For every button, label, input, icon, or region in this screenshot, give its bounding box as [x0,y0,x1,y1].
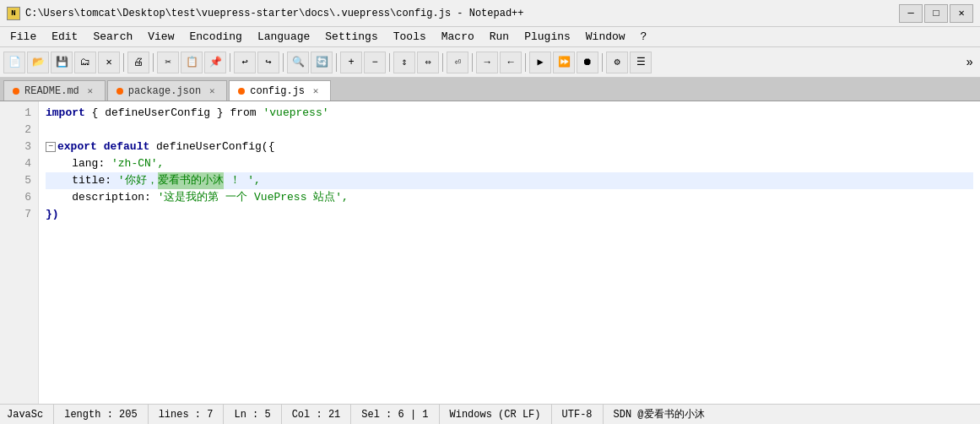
status-lineending: Windows (CR LF) [440,405,552,424]
menu-item-macro[interactable]: Macro [435,29,481,45]
toolbar-btn-macro3[interactable]: ⏺ [577,52,598,73]
toolbar-btn-indent[interactable]: → [476,52,498,73]
toolbar-separator [472,53,473,72]
toolbar-separator [525,53,526,72]
status-extra: SDN @爱看书的小沐 [604,405,715,424]
menu-item-?[interactable]: ? [634,29,654,45]
code-token: from [230,105,256,122]
toolbar-btn-open[interactable]: 📂 [27,52,49,73]
code-token: import [46,105,85,122]
tab-config-js[interactable]: config.js✕ [229,80,331,101]
toolbar-separator [442,53,443,72]
line-number-7: 7 [0,206,38,223]
tab-close-btn[interactable]: ✕ [310,85,322,97]
tab-close-btn[interactable]: ✕ [84,85,96,97]
menu-item-view[interactable]: View [141,29,181,45]
code-line-1: import { defineUserConfig } from 'vuepre… [46,105,973,122]
tab-label: package.json [128,85,201,97]
menu-item-plugins[interactable]: Plugins [517,29,577,45]
minimize-button[interactable]: — [899,4,923,23]
toolbar-btn-word-wrap[interactable]: ⏎ [447,52,468,73]
code-line-7: }) [46,206,973,223]
code-token: }) [46,206,59,223]
code-token: default [104,139,150,155]
title-left: N C:\Users\tomcat\Desktop\test\vuepress-… [7,7,524,20]
menu-item-edit[interactable]: Edit [45,29,84,45]
tab-modified-indicator [116,88,123,95]
toolbar-btn-find[interactable]: 🔍 [287,52,309,73]
toolbar-btn-undo[interactable]: ↩ [234,52,256,73]
code-token: description: [46,189,158,206]
code-token: ！ ', [224,172,261,189]
tab-README-md[interactable]: README.md✕ [3,80,106,101]
code-token: '这是我的第 一个 VuePress 站点', [158,189,349,206]
toolbar-separator [283,53,284,72]
toolbar-btn-replace[interactable]: 🔄 [311,52,333,73]
code-line-4: lang: 'zh-CN', [46,155,973,172]
code-token: 爱看书的小沐 [158,172,224,189]
toolbar-more[interactable]: » [963,56,977,69]
toolbar-btn-extra1[interactable]: ⚙ [606,52,628,73]
menu-item-run[interactable]: Run [483,29,516,45]
toolbar-btn-macro1[interactable]: ▶ [529,52,551,73]
menu-item-tools[interactable]: Tools [387,29,433,45]
tab-close-btn[interactable]: ✕ [206,85,218,97]
toolbar-btn-sync-v[interactable]: ⇕ [393,52,415,73]
status-ln: Ln : 5 [224,405,281,424]
status-length: length : 205 [54,405,148,424]
code-token: '你好， [118,172,158,189]
line-number-5: 5 [0,172,38,189]
window-title: C:\Users\tomcat\Desktop\test\vuepress-st… [25,8,524,19]
toolbar-btn-close[interactable]: ✕ [98,52,120,73]
line-number-3: 3 [0,139,38,155]
code-line-6: description: '这是我的第 一个 VuePress 站点', [46,189,973,206]
code-token: lang: [46,155,111,172]
line-number-6: 6 [0,189,38,206]
code-token [97,139,104,155]
toolbar-separator [230,53,230,72]
line-number-2: 2 [0,122,38,139]
toolbar-btn-sync-h[interactable]: ⇔ [417,52,439,73]
toolbar-btn-new[interactable]: 📄 [3,52,25,73]
status-filetype: JavaSc [7,405,54,424]
menu-bar: FileEditSearchViewEncodingLanguageSettin… [0,27,980,47]
toolbar-btn-save[interactable]: 💾 [51,52,73,73]
tab-label: config.js [250,85,305,97]
toolbar-btn-redo[interactable]: ↪ [257,52,279,73]
fold-icon[interactable]: − [46,142,56,152]
code-token: defineUserConfig({ [149,139,274,155]
toolbar-separator [153,53,154,72]
menu-item-encoding[interactable]: Encoding [182,29,248,45]
menu-item-language[interactable]: Language [251,29,317,45]
line-number-1: 1 [0,105,38,122]
toolbar-btn-zoom-out[interactable]: − [364,52,386,73]
toolbar-btn-extra2[interactable]: ☰ [630,52,652,73]
menu-item-file[interactable]: File [3,29,43,45]
code-area[interactable]: import { defineUserConfig } from 'vuepre… [39,101,980,404]
toolbar-btn-copy[interactable]: 📋 [181,52,203,73]
status-sel: Sel : 6 | 1 [351,405,439,424]
tab-modified-indicator [13,88,19,95]
maximize-button[interactable]: □ [924,4,948,23]
menu-item-settings[interactable]: Settings [318,29,384,45]
toolbar-btn-paste[interactable]: 📌 [204,52,226,73]
code-token: export [57,139,97,155]
toolbar: 📄📂💾🗂✕🖨✂📋📌↩↪🔍🔄+−⇕⇔⏎→←▶⏩⏺⚙☰» [0,47,980,78]
toolbar-btn-macro2[interactable]: ⏩ [553,52,575,73]
editor: 1234567 import { defineUserConfig } from… [0,101,980,404]
tab-bar: README.md✕package.json✕config.js✕ [0,78,980,101]
close-button[interactable]: ✕ [950,4,973,23]
toolbar-btn-print[interactable]: 🖨 [127,52,149,73]
toolbar-separator [389,53,390,72]
status-lines: lines : 7 [149,405,225,424]
menu-item-window[interactable]: Window [579,29,632,45]
toolbar-btn-cut[interactable]: ✂ [157,52,179,73]
title-bar: N C:\Users\tomcat\Desktop\test\vuepress-… [0,0,980,27]
menu-item-search[interactable]: Search [86,29,139,45]
toolbar-btn-save-all[interactable]: 🗂 [74,52,96,73]
toolbar-separator [123,53,124,72]
toolbar-btn-outdent[interactable]: ← [500,52,522,73]
tab-package-json[interactable]: package.json✕ [107,80,227,101]
status-bar: JavaSc length : 205 lines : 7 Ln : 5 Col… [0,404,980,424]
toolbar-btn-zoom-in[interactable]: + [340,52,362,73]
